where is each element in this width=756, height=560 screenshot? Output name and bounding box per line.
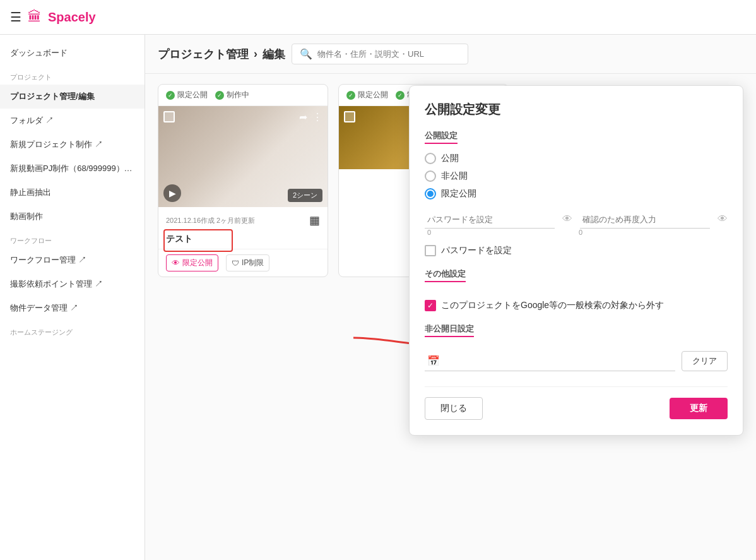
password-input-1[interactable] — [425, 211, 555, 229]
status-label-1: 限定公開 — [177, 90, 208, 100]
radio-item-public[interactable]: 公開 — [425, 153, 728, 164]
limited-public-button-1[interactable]: 👁 限定公開 — [166, 254, 218, 271]
date-input-wrapper: 📅 — [425, 351, 675, 371]
play-button-1[interactable]: ▶ — [163, 184, 181, 202]
status-label-3: 限定公開 — [358, 90, 388, 100]
other-settings-section: その他設定 ✓ このプロジェクトをGoogle等の一般検索の対象から外す — [425, 268, 728, 311]
eye-toggle-2[interactable]: 👁 — [718, 213, 728, 229]
hamburger-menu-icon[interactable]: ☰ — [10, 9, 21, 25]
breadcrumb-parent: プロジェクト管理 — [158, 47, 249, 62]
card-meta-1: 2021.12.16作成 2ヶ月前更新 ▦ — [158, 207, 328, 234]
sidebar-item-static-extract[interactable]: 静止画抽出 — [0, 181, 145, 205]
password-fields-wrapper: 👁 👁 0 0 — [425, 211, 728, 236]
card-actions-1: ➦ ⋮ — [299, 111, 322, 123]
logo-icon: 🏛 — [28, 9, 42, 25]
sidebar-item-dashboard[interactable]: ダッシュボード — [0, 41, 145, 65]
sidebar-item-new-project[interactable]: 新規プロジェクト制作 ↗ — [0, 133, 145, 157]
eye-toggle-1[interactable]: 👁 — [562, 213, 572, 229]
card-date-1: 2021.12.16作成 2ヶ月前更新 — [166, 216, 255, 225]
date-row: 📅 クリア — [425, 351, 728, 371]
app-logo-text: Spacely — [48, 10, 96, 25]
password-checkbox-label: パスワードを設定 — [441, 245, 512, 256]
google-exclude-checkbox[interactable]: ✓ — [425, 300, 436, 311]
password-field-group-1 — [425, 211, 555, 229]
password-checkbox-row: パスワードを設定 — [425, 245, 728, 256]
shield-icon-1: 🛡 — [232, 259, 239, 268]
breadcrumb-child: 編集 — [263, 47, 285, 62]
scene-badge-1: 2シーン — [288, 189, 322, 202]
status-label-2: 制作中 — [227, 90, 249, 100]
password-field-group-2 — [580, 211, 710, 229]
update-button[interactable]: 更新 — [670, 398, 728, 419]
clear-date-button[interactable]: クリア — [682, 351, 728, 371]
card-status-bar-1: ✓ 限定公開 ✓ 制作中 — [158, 85, 328, 106]
status-making-badge-1: ✓ 制作中 — [215, 90, 249, 100]
status-dot-1: ✓ — [166, 91, 175, 100]
modal-footer: 閉じる 更新 — [425, 386, 728, 420]
modal-section-label-1: 公開設定 — [425, 130, 458, 144]
password-count-2: 0 — [576, 229, 728, 236]
radio-label-public: 公開 — [441, 153, 459, 164]
search-input[interactable] — [317, 49, 456, 59]
card-checkbox-1[interactable] — [163, 111, 175, 122]
status-dot-2: ✓ — [215, 91, 224, 100]
radio-label-limited: 限定公開 — [441, 188, 476, 200]
card-title-1: テスト — [158, 234, 328, 249]
radio-group-publish: 公開 非公開 限定公開 — [425, 153, 728, 200]
close-modal-button[interactable]: 閉じる — [425, 397, 483, 420]
password-row: 👁 👁 — [425, 211, 728, 229]
sidebar-item-new-video-project[interactable]: 新規動画PJ制作（68/999999）… — [0, 157, 145, 181]
radio-circle-limited — [425, 188, 436, 200]
sidebar: ダッシュボード プロジェクト プロジェクト管理/編集 フォルダ ↗ 新規プロジェ… — [0, 35, 145, 560]
status-dot-4: ✓ — [396, 91, 405, 100]
modal-section-label-3: 非公開日設定 — [425, 323, 474, 337]
modal-panel: 公開設定変更 公開設定 公開 非公開 限定公開 — [409, 85, 743, 436]
radio-label-private: 非公開 — [441, 170, 468, 182]
eye-icon-1: 👁 — [172, 258, 180, 268]
password-checkbox[interactable] — [425, 245, 436, 256]
sidebar-item-video-create[interactable]: 動画制作 — [0, 205, 145, 229]
main-content: プロジェクト管理 › 編集 🔍 ✓ 限定公開 — [145, 35, 756, 560]
sidebar-item-workflow-manage[interactable]: ワークフロー管理 ↗ — [0, 248, 145, 272]
project-card-1: ✓ 限定公開 ✓ 制作中 ➦ — [158, 84, 328, 277]
status-dot-3: ✓ — [346, 91, 355, 100]
ip-restrict-button-1[interactable]: 🛡 IP制限 — [226, 254, 269, 271]
qr-icon-1[interactable]: ▦ — [309, 213, 320, 227]
breadcrumb-separator: › — [254, 47, 257, 61]
app-header: ☰ 🏛 Spacely — [0, 0, 756, 35]
main-layout: ダッシュボード プロジェクト プロジェクト管理/編集 フォルダ ↗ 新規プロジェ… — [0, 35, 756, 560]
calendar-icon: 📅 — [427, 355, 440, 367]
status-limited-badge-2: ✓ 限定公開 — [346, 90, 388, 100]
search-bar: 🔍 — [292, 44, 468, 64]
sidebar-item-photo-request[interactable]: 撮影依頼ポイント管理 ↗ — [0, 272, 145, 296]
sidebar-section-workflow: ワークフロー — [0, 229, 145, 248]
sidebar-item-project-manage[interactable]: プロジェクト管理/編集 — [0, 85, 145, 109]
radio-circle-public — [425, 153, 436, 164]
card-thumbnail-1: ➦ ⋮ ▶ 2シーン — [158, 106, 328, 207]
google-exclude-row: ✓ このプロジェクトをGoogle等の一般検索の対象から外す — [425, 300, 728, 311]
password-counts-row: 0 0 — [425, 229, 728, 236]
radio-circle-private — [425, 170, 436, 182]
password-input-2[interactable] — [580, 211, 710, 229]
radio-item-private[interactable]: 非公開 — [425, 170, 728, 182]
modal-section-label-2: その他設定 — [425, 268, 466, 282]
main-header: プロジェクト管理 › 編集 🔍 — [145, 35, 756, 74]
unpublish-section: 非公開日設定 📅 クリア — [425, 323, 728, 371]
more-icon-1[interactable]: ⋮ — [312, 111, 322, 123]
password-count-1: 0 — [425, 229, 576, 236]
status-limited-badge-1: ✓ 限定公開 — [166, 90, 208, 100]
sidebar-section-projects: プロジェクト — [0, 65, 145, 85]
modal-title: 公開設定変更 — [425, 101, 728, 118]
search-icon: 🔍 — [300, 48, 312, 60]
share-icon-1[interactable]: ➦ — [299, 111, 307, 123]
sidebar-item-folder[interactable]: フォルダ ↗ — [0, 109, 145, 133]
radio-item-limited[interactable]: 限定公開 — [425, 188, 728, 200]
sidebar-section-home-staging: ホームステージング — [0, 320, 145, 340]
sidebar-item-property-data[interactable]: 物件データ管理 ↗ — [0, 296, 145, 320]
card-checkbox-2[interactable] — [344, 111, 355, 122]
card-footer-1: 👁 限定公開 🛡 IP制限 — [158, 249, 328, 277]
google-exclude-label: このプロジェクトをGoogle等の一般検索の対象から外す — [441, 300, 664, 311]
breadcrumb: プロジェクト管理 › 編集 — [158, 47, 285, 62]
